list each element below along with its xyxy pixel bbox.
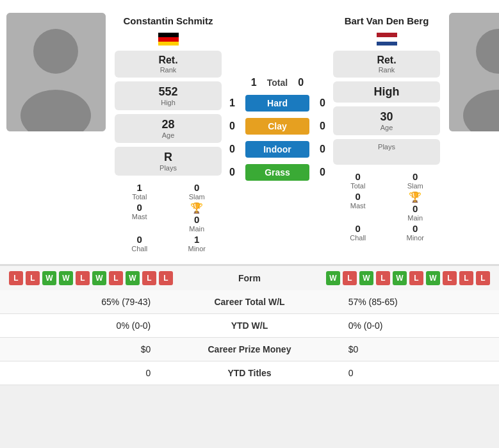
player1-photo — [6, 13, 106, 131]
player2-chall: 0 Chall — [333, 223, 383, 242]
prize-label: Career Prize Money — [161, 338, 338, 361]
hard-btn[interactable]: Hard — [245, 95, 309, 112]
grass-left: 0 — [224, 167, 240, 178]
career-total-label: Career Total W/L — [161, 290, 338, 314]
player1-plays-label: Plays — [121, 164, 215, 172]
form-pill-l: L — [109, 271, 123, 285]
player1-mast-label: Mast — [132, 213, 147, 220]
total-right: 0 — [293, 77, 309, 88]
stats-table: 65% (79-43) Career Total W/L 57% (85-65)… — [0, 290, 499, 385]
clay-btn[interactable]: Clay — [245, 118, 309, 135]
player1-total: 1 Total — [115, 182, 165, 201]
player2-plays-card: Plays — [333, 139, 440, 165]
trophy-icon-left: 🏆 — [190, 202, 203, 214]
player2-info: Bart Van Den Berg Ret. Rank High 30 Age — [331, 6, 443, 258]
indoor-right: 0 — [315, 144, 331, 155]
player2-slam-value: 0 — [413, 171, 418, 182]
player1-flag — [158, 33, 179, 48]
player2-plays-label: Plays — [339, 143, 434, 151]
player1-titles: 0 — [0, 361, 161, 385]
player2-bottom-stats: 0 Total 0 Slam 0 Mast 🏆 0 Main 0 — [333, 171, 440, 242]
player2-total: 0 Total — [333, 171, 383, 190]
clay-left: 0 — [224, 120, 240, 132]
total-row: 1 Total 0 — [224, 77, 331, 88]
player1-total-label: Total — [132, 193, 147, 201]
player1-main-value: 0 — [194, 214, 199, 225]
player1-total-value: 1 — [137, 182, 142, 193]
form-pill-w: W — [126, 271, 140, 285]
player1-age-label: Age — [121, 131, 215, 139]
indoor-btn[interactable]: Indoor — [245, 141, 309, 158]
player1-info: Constantin Schmitz Ret. Rank 552 High 28 — [112, 6, 224, 258]
form-pill-w: W — [393, 271, 407, 285]
form-pill-w: W — [42, 271, 56, 285]
player2-minor-value: 0 — [413, 223, 418, 234]
svg-point-1 — [33, 29, 78, 74]
player1-slam-value: 0 — [194, 182, 199, 193]
form-pill-l: L — [142, 271, 156, 285]
player1-name: Constantin Schmitz — [123, 15, 213, 26]
player2-high-card: High — [333, 81, 440, 103]
form-pill-l: L — [409, 271, 423, 285]
player2-main-label: Main — [407, 214, 423, 222]
prize-money-row: $0 Career Prize Money $0 — [0, 338, 499, 361]
grass-right: 0 — [315, 167, 331, 178]
player2-rank-label: Rank — [339, 66, 434, 74]
player1-plays-value: R — [121, 151, 215, 164]
player1-rank-value: Ret. — [121, 54, 215, 66]
clay-right: 0 — [315, 120, 331, 132]
player1-form: LLWWLWLWLL — [9, 271, 224, 285]
comparison-section: Constantin Schmitz Ret. Rank 552 High 28 — [0, 0, 499, 265]
player1-high-value: 552 — [121, 85, 215, 99]
indoor-row: 0 Indoor 0 — [224, 141, 331, 158]
player2-rank-card: Ret. Rank — [333, 51, 440, 78]
player1-main-label: Main — [189, 225, 204, 233]
total-left: 1 — [246, 77, 262, 88]
total-label: Total — [267, 78, 288, 88]
player1-slam: 0 Slam — [172, 182, 222, 201]
ytd-titles-row: 0 YTD Titles 0 — [0, 361, 499, 385]
player2-mast-value: 0 — [356, 191, 361, 202]
player1-photo-container — [0, 6, 112, 258]
player1-ytd-wl: 0% (0-0) — [0, 314, 161, 338]
player2-rank-value: Ret. — [339, 54, 434, 66]
player2-slam-label: Slam — [407, 182, 423, 190]
player1-minor: 1 Minor — [172, 234, 222, 253]
player2-chall-label: Chall — [350, 234, 366, 242]
clay-row: 0 Clay 0 — [224, 118, 331, 135]
player1-main: 🏆 0 Main — [172, 202, 222, 233]
main-container: Constantin Schmitz Ret. Rank 552 High 28 — [0, 0, 499, 385]
form-pill-l: L — [459, 271, 473, 285]
ytd-wl-row: 0% (0-0) YTD W/L 0% (0-0) — [0, 314, 499, 338]
player1-chall-value: 0 — [137, 234, 142, 245]
player2-slam: 0 Slam — [391, 171, 441, 190]
player1-plays-card: R Plays — [115, 147, 222, 176]
player1-age-value: 28 — [121, 118, 215, 131]
hard-row: 1 Hard 0 — [224, 95, 331, 112]
player2-photo — [449, 13, 499, 131]
player1-prize: $0 — [0, 338, 161, 361]
career-total-row: 65% (79-43) Career Total W/L 57% (85-65) — [0, 290, 499, 314]
player1-slam-label: Slam — [189, 193, 205, 201]
trophy-icon-right: 🏆 — [409, 191, 421, 203]
player1-mast: 0 Mast — [115, 202, 165, 233]
form-pill-w: W — [92, 271, 106, 285]
form-pill-l: L — [343, 271, 357, 285]
hard-left: 1 — [224, 97, 240, 109]
player2-age-card: 30 Age — [333, 106, 440, 135]
player2-minor-label: Minor — [406, 234, 424, 242]
form-pill-l: L — [159, 271, 173, 285]
player1-bottom-stats: 1 Total 0 Slam 0 Mast 🏆 0 Main 0 — [115, 182, 222, 253]
player2-total-label: Total — [350, 182, 365, 190]
player2-form: WLWLWLWLLL — [275, 271, 491, 285]
player2-name: Bart Van Den Berg — [345, 15, 429, 26]
player2-career-wl: 57% (85-65) — [338, 290, 499, 314]
player1-chall-label: Chall — [131, 245, 147, 253]
player2-main: 🏆 0 Main — [391, 191, 441, 222]
grass-btn[interactable]: Grass — [245, 164, 309, 181]
player2-total-value: 0 — [356, 171, 361, 182]
form-pill-l: L — [376, 271, 390, 285]
form-pill-w: W — [359, 271, 373, 285]
player1-age-card: 28 Age — [115, 114, 222, 143]
form-pill-l: L — [76, 271, 90, 285]
